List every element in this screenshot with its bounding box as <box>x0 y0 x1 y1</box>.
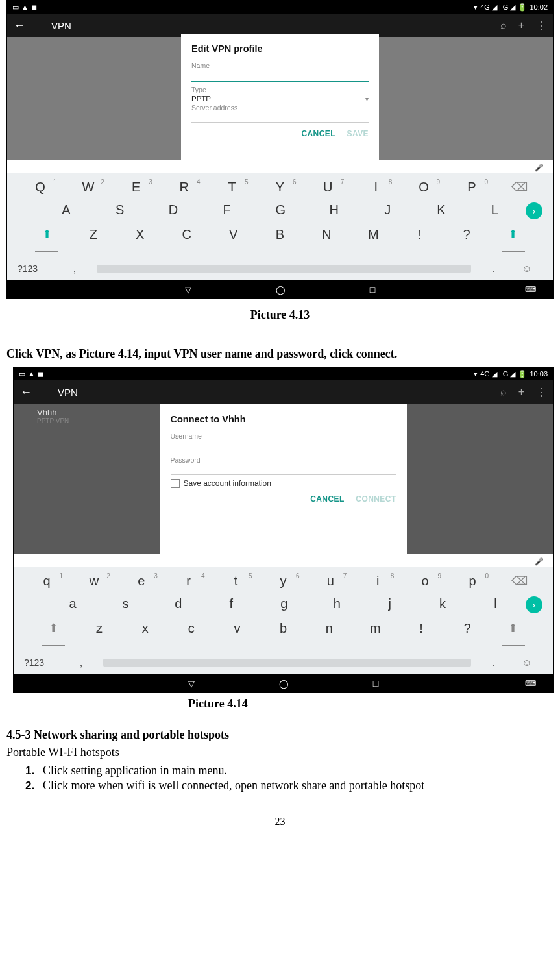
key[interactable]: Z <box>71 227 116 255</box>
key[interactable]: l <box>473 596 518 613</box>
nav-home-icon[interactable] <box>276 284 286 295</box>
key[interactable]: S <box>97 202 143 219</box>
cancel-button[interactable]: CANCEL <box>301 129 335 138</box>
period-key[interactable]: . <box>475 262 511 275</box>
key[interactable]: q1 <box>24 574 69 589</box>
key[interactable]: j <box>367 596 413 613</box>
key[interactable]: Y6 <box>257 180 302 195</box>
shift-key[interactable]: ⬆ <box>24 227 69 255</box>
nav-recent-icon[interactable] <box>370 284 375 295</box>
connect-button[interactable]: CONNECT <box>356 495 396 504</box>
key[interactable]: E3 <box>114 180 159 195</box>
key[interactable]: g <box>262 596 307 613</box>
key[interactable]: i8 <box>355 574 400 589</box>
nav-back-icon[interactable] <box>188 678 195 689</box>
key[interactable]: B <box>257 227 302 255</box>
key[interactable]: K <box>419 202 464 219</box>
key[interactable]: ! <box>397 227 443 255</box>
key[interactable]: I8 <box>353 180 398 195</box>
menu-icon[interactable] <box>536 19 546 32</box>
key[interactable]: v <box>215 621 260 649</box>
space-key[interactable] <box>97 265 471 273</box>
key[interactable]: V <box>211 227 256 255</box>
key[interactable]: N <box>304 227 349 255</box>
nav-keyboard-icon[interactable]: ⌨ <box>525 679 536 689</box>
key[interactable]: R4 <box>162 180 207 195</box>
key[interactable]: k <box>420 596 465 613</box>
key[interactable]: M <box>350 227 396 255</box>
key[interactable]: H <box>311 202 357 219</box>
space-key[interactable] <box>103 659 471 667</box>
add-icon[interactable] <box>518 19 524 31</box>
search-icon[interactable] <box>500 19 507 31</box>
key[interactable]: t5 <box>213 574 259 589</box>
key[interactable]: U7 <box>305 180 350 195</box>
key[interactable]: ? <box>444 227 489 255</box>
key[interactable]: D <box>151 202 196 219</box>
key[interactable]: X <box>117 227 163 255</box>
nav-back-icon[interactable] <box>185 284 191 295</box>
shift-key[interactable]: ⬆ <box>30 621 76 649</box>
key[interactable]: Q1 <box>18 180 63 195</box>
shift-key[interactable]: ⬆ <box>491 227 536 255</box>
vpn-list-item[interactable]: Vhhh PPTP VPN <box>37 408 69 424</box>
key[interactable]: e3 <box>119 574 164 589</box>
search-icon[interactable] <box>500 386 507 398</box>
add-icon[interactable] <box>518 386 524 398</box>
key[interactable]: d <box>156 596 201 613</box>
nav-home-icon[interactable] <box>279 678 289 689</box>
key[interactable]: ? <box>444 621 490 649</box>
back-icon[interactable] <box>20 386 32 399</box>
backspace-key[interactable] <box>497 180 542 195</box>
password-input[interactable] <box>171 464 396 475</box>
comma-key[interactable]: , <box>56 262 93 275</box>
key[interactable]: o9 <box>402 574 448 589</box>
key[interactable]: y6 <box>260 574 306 589</box>
key[interactable]: A <box>43 202 89 219</box>
key[interactable]: w2 <box>71 574 117 589</box>
comma-key[interactable]: , <box>63 655 99 669</box>
shift-key[interactable]: ⬆ <box>491 621 536 649</box>
key[interactable]: a <box>50 596 95 613</box>
nav-recent-icon[interactable] <box>373 678 378 689</box>
save-info-checkbox[interactable]: Save account information <box>171 479 396 488</box>
key[interactable]: x <box>123 621 168 649</box>
key[interactable]: J <box>365 202 410 219</box>
menu-icon[interactable] <box>536 386 546 398</box>
key[interactable]: f <box>208 596 254 613</box>
cancel-button[interactable]: CANCEL <box>310 495 344 504</box>
key[interactable]: O9 <box>401 180 446 195</box>
key[interactable]: P0 <box>449 180 494 195</box>
symbols-key[interactable]: ?123 <box>24 657 63 668</box>
mic-icon[interactable] <box>535 555 544 567</box>
key[interactable]: p0 <box>450 574 495 589</box>
key[interactable]: m <box>352 621 398 649</box>
key[interactable]: s <box>103 596 148 613</box>
period-key[interactable]: . <box>475 655 511 669</box>
backspace-key[interactable] <box>497 574 542 589</box>
key[interactable]: T5 <box>210 180 255 195</box>
back-icon[interactable] <box>14 19 25 32</box>
key[interactable]: L <box>472 202 517 219</box>
key[interactable]: F <box>204 202 250 219</box>
enter-key[interactable]: › <box>526 202 542 219</box>
key[interactable]: W2 <box>66 180 111 195</box>
key[interactable]: C <box>164 227 210 255</box>
key[interactable]: ! <box>398 621 444 649</box>
symbols-key[interactable]: ?123 <box>18 263 56 274</box>
key[interactable]: u7 <box>308 574 353 589</box>
emoji-key[interactable]: ☺ <box>511 263 542 274</box>
nav-keyboard-icon[interactable]: ⌨ <box>525 285 536 295</box>
key[interactable]: G <box>258 202 303 219</box>
key[interactable]: h <box>314 596 359 613</box>
save-button[interactable]: SAVE <box>347 129 369 138</box>
key[interactable]: b <box>260 621 306 649</box>
key[interactable]: c <box>169 621 214 649</box>
key[interactable]: n <box>306 621 352 649</box>
enter-key[interactable]: › <box>526 596 542 613</box>
key[interactable]: z <box>77 621 122 649</box>
name-input[interactable] <box>191 69 369 82</box>
emoji-key[interactable]: ☺ <box>511 657 542 668</box>
type-select[interactable]: PPTP <box>191 93 369 104</box>
username-input[interactable] <box>171 440 396 452</box>
